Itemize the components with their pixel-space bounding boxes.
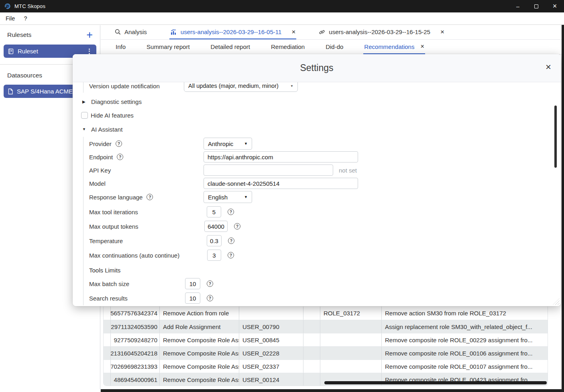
tab-users-analysis-16-15-25[interactable]: users-analysis--2026-03-29--16-15-25 × bbox=[318, 25, 445, 39]
window-title: MTC Skopos bbox=[14, 3, 45, 9]
max-continuations-help-icon[interactable]: ? bbox=[228, 252, 234, 258]
cell-description: Remove composite role ROLE_00107 assignm… bbox=[382, 360, 548, 373]
ruleset-label: Ruleset bbox=[18, 48, 38, 55]
close-recommendations-tab-icon[interactable]: × bbox=[420, 43, 424, 50]
response-language-dropdown[interactable]: English ▼ bbox=[204, 191, 252, 203]
chart-icon bbox=[170, 29, 177, 35]
response-language-value: English bbox=[208, 194, 228, 201]
temperature-help-icon[interactable]: ? bbox=[228, 238, 234, 244]
add-ruleset-button[interactable]: + bbox=[86, 31, 93, 39]
provider-dropdown[interactable]: Anthropic ▼ bbox=[204, 138, 252, 150]
table-row[interactable]: 70269698231393 Remove Composite Role Ass… bbox=[104, 360, 548, 373]
cell-id: 70269698231393 bbox=[111, 360, 160, 373]
settings-title: Settings bbox=[300, 63, 333, 73]
tab-remediation[interactable]: Remediation bbox=[270, 40, 305, 54]
cell-description: Remove action SM30 from role ROLE_03172 bbox=[382, 307, 548, 320]
settings-row-max-batch-size: Max batch size ? bbox=[73, 277, 549, 290]
tab-info-label: Info bbox=[116, 43, 126, 50]
provider-help-icon[interactable]: ? bbox=[116, 140, 122, 147]
settings-scrollbar-thumb[interactable] bbox=[554, 106, 557, 168]
cell-spacer bbox=[303, 360, 320, 373]
content-vertical-scrollbar[interactable] bbox=[562, 12, 564, 392]
endpoint-input[interactable] bbox=[204, 151, 358, 162]
tab-detailed-report[interactable]: Detailed report bbox=[210, 40, 251, 54]
settings-row-max-continuations: Max continuations (auto continue) ? bbox=[73, 248, 549, 262]
version-update-value: All updates (major, medium, minor) bbox=[188, 83, 279, 89]
version-update-label: Version update notification bbox=[89, 83, 160, 89]
cell-role bbox=[320, 360, 382, 373]
response-language-label: Response language bbox=[89, 194, 143, 201]
search-results-label: Search results bbox=[89, 295, 128, 302]
cell-id: 21316045204218 bbox=[111, 347, 160, 360]
cell-action: Remove Composite Role Assi... bbox=[160, 373, 239, 386]
close-settings-icon[interactable]: × bbox=[546, 62, 551, 72]
minimize-button[interactable]: – bbox=[509, 0, 527, 12]
tab-analysis[interactable]: Analysis bbox=[114, 25, 148, 39]
maximize-button[interactable] bbox=[527, 0, 546, 12]
settings-row-search-results: Search results ? bbox=[73, 291, 549, 305]
search-results-input[interactable] bbox=[185, 292, 200, 304]
cell-action: Remove Composite Role Assi... bbox=[160, 347, 239, 360]
version-update-dropdown[interactable]: All updates (major, medium, minor) ▼ bbox=[184, 82, 298, 92]
tab-info[interactable]: Info bbox=[115, 40, 126, 54]
ruleset-menu-button[interactable] bbox=[86, 48, 92, 55]
tools-limits-header: Tools Limits bbox=[73, 263, 549, 277]
settings-row-max-output-tokens: Max output tokens ? bbox=[73, 219, 549, 233]
cell-action: Remove Composite Role Assi... bbox=[160, 360, 239, 373]
ai-assistant-section[interactable]: ▼ AI Assistant bbox=[73, 122, 549, 136]
menu-file[interactable]: File bbox=[6, 15, 15, 22]
max-output-tokens-input[interactable] bbox=[204, 221, 228, 232]
tab-recommendations-label: Recommendations bbox=[364, 43, 414, 50]
close-tab3-icon[interactable]: × bbox=[440, 28, 444, 35]
cell-role bbox=[320, 347, 382, 360]
content-horizontal-scrollbar[interactable] bbox=[101, 389, 564, 392]
cell-description: Remove composite role ROLE_00229 assignm… bbox=[382, 333, 548, 346]
datasource-icon bbox=[8, 88, 13, 95]
cell-gutter bbox=[104, 347, 111, 360]
settings-header: Settings × bbox=[73, 54, 561, 82]
datasources-header: Datasources bbox=[7, 72, 42, 79]
ruleset-icon bbox=[8, 48, 14, 55]
max-continuations-label: Max continuations (auto continue) bbox=[89, 252, 179, 259]
rulesets-header: Rulesets bbox=[7, 31, 31, 39]
max-tool-iterations-help-icon[interactable]: ? bbox=[228, 209, 234, 215]
settings-dialog: Settings × Version update notification A… bbox=[73, 54, 561, 306]
horizontal-scrollbar-thumb[interactable] bbox=[324, 381, 547, 384]
tab-did-do[interactable]: Did-do bbox=[325, 40, 344, 54]
tab-summary-label: Summary report bbox=[147, 43, 190, 50]
tab-users-analysis-16-05-11[interactable]: users-analysis--2026-03-29--16-05-11 × bbox=[169, 25, 296, 39]
max-tool-iterations-input[interactable] bbox=[207, 206, 221, 217]
search-results-help-icon[interactable]: ? bbox=[207, 295, 213, 301]
cell-role: ROLE_03172 bbox=[320, 307, 382, 320]
endpoint-help-icon[interactable]: ? bbox=[117, 154, 123, 160]
max-output-tokens-label: Max output tokens bbox=[89, 223, 138, 230]
settings-row-response-language: Response language ? English ▼ bbox=[73, 190, 549, 204]
diagnostic-settings-section[interactable]: ▶ Diagnostic settings bbox=[73, 95, 549, 108]
settings-body: Version update notification All updates … bbox=[73, 82, 561, 306]
table-row[interactable]: 29711324053590 Add Role Assignment USER_… bbox=[104, 320, 548, 333]
cell-action: Remove Composite Role Assi... bbox=[160, 333, 239, 346]
api-key-input[interactable] bbox=[204, 165, 333, 176]
close-window-button[interactable]: × bbox=[546, 0, 564, 12]
tab-recommendations[interactable]: Recommendations × bbox=[363, 40, 425, 54]
max-batch-size-help-icon[interactable]: ? bbox=[207, 280, 213, 287]
hide-ai-checkbox[interactable] bbox=[81, 112, 88, 119]
api-key-label: API Key bbox=[89, 167, 111, 174]
max-continuations-input[interactable] bbox=[207, 250, 221, 261]
max-batch-size-input[interactable] bbox=[185, 278, 200, 289]
temperature-input[interactable] bbox=[207, 235, 222, 246]
table-row[interactable]: 9277509248270 Remove Composite Role Assi… bbox=[104, 333, 548, 346]
response-language-help-icon[interactable]: ? bbox=[147, 194, 153, 200]
tab-summary-report[interactable]: Summary report bbox=[146, 40, 191, 54]
tab3-label: users-analysis--2026-03-29--16-15-25 bbox=[329, 28, 430, 35]
table-row[interactable]: 56577576342374 Remove Action from role R… bbox=[104, 307, 548, 320]
model-input[interactable] bbox=[204, 178, 358, 189]
cell-user bbox=[239, 307, 303, 320]
cell-id: 56577576342374 bbox=[111, 307, 160, 320]
close-tab2-icon[interactable]: × bbox=[291, 28, 295, 35]
max-output-tokens-help-icon[interactable]: ? bbox=[234, 223, 240, 230]
table-row[interactable]: 21316045204218 Remove Composite Role Ass… bbox=[104, 346, 548, 360]
cell-id: 4869454000961 bbox=[111, 373, 160, 386]
cell-role bbox=[320, 333, 382, 346]
menu-help[interactable]: ? bbox=[24, 15, 27, 22]
